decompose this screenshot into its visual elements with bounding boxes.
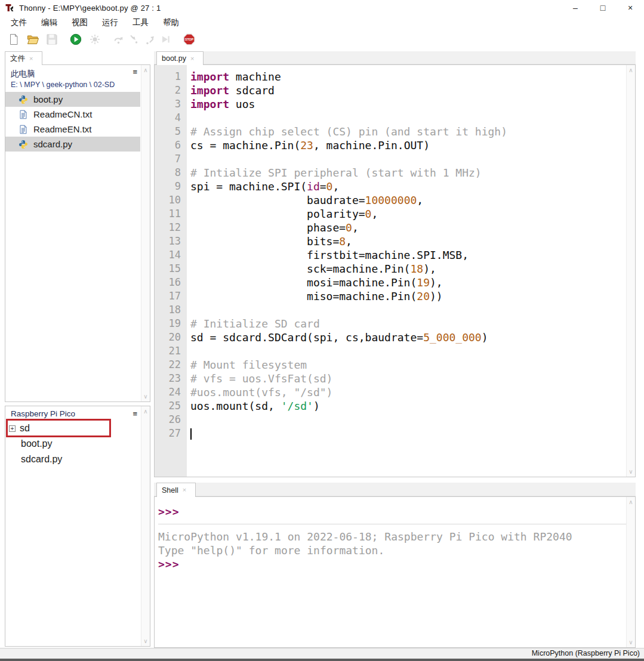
stop-restart-button[interactable]: STOP — [181, 32, 197, 47]
scroll-down-icon[interactable]: ∨ — [627, 639, 635, 645]
file-list-item[interactable]: boot.py — [5, 92, 140, 107]
pico-panel-header: Raspberry Pi Pico — [5, 406, 150, 421]
scroll-up-icon[interactable]: ∧ — [141, 408, 150, 415]
line-number: 19 — [155, 317, 181, 330]
file-name-label: sd — [20, 423, 30, 434]
file-list-item[interactable]: ReadmeCN.txt — [5, 107, 140, 122]
line-number: 27 — [155, 427, 181, 440]
pico-panel-menu-icon[interactable]: ≡ — [133, 410, 137, 418]
close-button[interactable]: × — [617, 3, 644, 13]
token-kw: import — [190, 98, 229, 110]
token-num: 20 — [417, 290, 430, 302]
step-over-button — [111, 32, 127, 47]
token-num: 5_000_000 — [423, 331, 482, 344]
token-plain: )) — [430, 290, 443, 302]
code-line: import uos — [190, 97, 626, 111]
shell-output-line: Type "help()" for more information. — [158, 543, 626, 557]
scroll-up-icon[interactable]: ∧ — [627, 67, 635, 73]
token-plain: uos — [229, 98, 255, 110]
file-list-item[interactable]: sdcard.py — [5, 452, 140, 467]
files-list: boot.pyReadmeCN.txtReadmeEN.txtsdcard.py — [5, 92, 150, 152]
editor-panel: 1234567891011121314151617181920212223242… — [154, 64, 636, 477]
file-name-label: boot.py — [28, 94, 63, 104]
scroll-up-icon[interactable]: ∧ — [627, 499, 635, 505]
code-line: spi = machine.SPI(id=0, — [190, 180, 626, 193]
shell-output[interactable]: >>>MicroPython v1.19.1 on 2022-06-18; Ra… — [155, 497, 626, 647]
step-out-button — [142, 32, 158, 47]
token-num: 23 — [300, 139, 313, 152]
token-plain: ) — [482, 331, 488, 344]
current-path[interactable]: E: \ MPY \ geek-python \ 02-SD — [11, 81, 145, 89]
token-plain: miso=machine.Pin( — [190, 290, 417, 302]
line-number: 22 — [155, 358, 181, 372]
shell-scrollbar[interactable]: ∧ ∨ — [626, 497, 635, 647]
run-script-button[interactable] — [68, 32, 84, 47]
text-file-icon — [19, 110, 28, 119]
menu-run[interactable]: 运行 — [96, 16, 124, 29]
shell-prompt-line: >>> — [158, 557, 626, 571]
new-file-button[interactable] — [6, 32, 21, 47]
token-com: # vfs = uos.VfsFat(sd) — [190, 372, 332, 385]
files-panel-menu-icon[interactable]: ≡ — [133, 68, 137, 76]
files-scrollbar[interactable]: ∧ ∨ — [141, 65, 150, 401]
maximize-button[interactable]: □ — [589, 3, 617, 13]
line-number: 17 — [155, 289, 181, 303]
code-line — [190, 152, 626, 166]
tab-boot-py[interactable]: boot.py × — [156, 51, 204, 65]
line-number: 14 — [155, 248, 181, 262]
code-line: sd = sdcard.SDCard(spi, cs,baudrate=5_00… — [190, 330, 626, 344]
menu-help[interactable]: 帮助 — [157, 16, 185, 29]
menu-tools[interactable]: 工具 — [127, 16, 155, 29]
code-line: cs = machine.Pin(23, machine.Pin.OUT) — [190, 138, 626, 152]
editor-scrollbar[interactable]: ∧ ∨ — [626, 65, 635, 477]
code-line — [190, 413, 626, 427]
minimize-button[interactable]: – — [562, 3, 589, 13]
token-num: 8 — [339, 235, 346, 248]
line-number: 7 — [155, 152, 181, 166]
menu-file[interactable]: 文件 — [5, 16, 33, 29]
token-plain: ) — [313, 400, 320, 412]
token-plain: cs = machine.Pin( — [190, 139, 300, 152]
menu-edit[interactable]: 编辑 — [35, 16, 63, 29]
file-list-item[interactable]: ReadmeEN.txt — [5, 122, 140, 137]
expander-plus-icon[interactable]: + — [9, 425, 16, 432]
shell-prompt: >>> — [158, 505, 180, 518]
menu-view[interactable]: 视图 — [66, 16, 94, 29]
tab-close-icon[interactable]: × — [29, 55, 33, 62]
token-plain: , — [371, 208, 378, 220]
file-list-item[interactable]: boot.py — [5, 436, 140, 452]
token-plain: phase= — [190, 221, 346, 234]
file-list-item[interactable]: sdcard.py — [5, 137, 140, 152]
status-bar: MicroPython (Raspberry Pi Pico) — [0, 648, 644, 659]
token-num: 0 — [326, 180, 333, 193]
scroll-down-icon[interactable]: ∨ — [627, 468, 635, 475]
code-line: miso=machine.Pin(20)) — [190, 289, 626, 303]
pico-scrollbar[interactable]: ∧ ∨ — [141, 406, 150, 646]
open-file-button[interactable] — [25, 32, 41, 47]
code-line: polarity=0, — [190, 207, 626, 221]
token-plain: , — [346, 235, 352, 248]
token-com: # Mount filesystem — [190, 359, 307, 371]
scroll-down-icon[interactable]: ∨ — [141, 393, 150, 400]
token-num: 18 — [410, 262, 423, 275]
code-line: sck=machine.Pin(18), — [190, 262, 626, 276]
code-line: bits=8, — [190, 234, 626, 248]
token-plain: bits= — [190, 235, 339, 248]
line-number: 9 — [155, 180, 181, 193]
tab-close-icon[interactable]: × — [183, 487, 186, 493]
interpreter-status[interactable]: MicroPython (Raspberry Pi Pico) — [532, 649, 640, 657]
code-line: #uos.mount(vfs, "/sd") — [190, 385, 626, 399]
shell-prompt: >>> — [158, 558, 180, 570]
scroll-up-icon[interactable]: ∧ — [141, 67, 150, 73]
shell-output-line: MicroPython v1.19.1 on 2022-06-18; Raspb… — [158, 530, 626, 543]
tab-shell[interactable]: Shell × — [156, 483, 196, 497]
token-plain: mosi=machine.Pin( — [190, 276, 417, 289]
line-number: 20 — [155, 330, 181, 344]
scroll-down-icon[interactable]: ∨ — [141, 638, 150, 644]
tab-close-icon[interactable]: × — [190, 55, 194, 62]
file-name-label: ReadmeCN.txt — [28, 109, 92, 119]
tab-files[interactable]: 文件 × — [5, 51, 42, 65]
line-number: 18 — [155, 303, 181, 317]
file-list-item[interactable]: +sd — [5, 421, 140, 436]
code-area[interactable]: import machineimport sdcardimport uos # … — [187, 65, 626, 477]
